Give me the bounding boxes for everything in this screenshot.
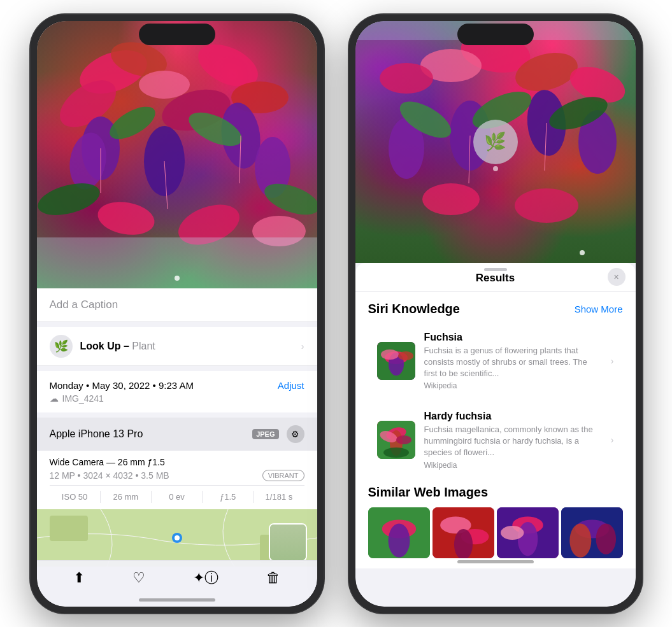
- fuchsia-thumbnail: [377, 342, 415, 380]
- svg-point-41: [422, 183, 480, 215]
- show-more-button[interactable]: Show More: [575, 304, 623, 314]
- hardy-desc: Fuchsia magellanica, commonly known as t…: [424, 424, 602, 459]
- results-panel: Results × Siri Knowledge Show More: [355, 263, 636, 568]
- flower-photo: [37, 21, 317, 288]
- info-icon: ✦ⓘ: [193, 568, 218, 588]
- close-button[interactable]: ×: [608, 268, 626, 286]
- svg-point-50: [398, 351, 413, 360]
- svg-point-3: [139, 71, 190, 99]
- web-img-4-svg: [561, 507, 623, 558]
- siri-dot: [493, 166, 498, 171]
- flower-svg: [37, 21, 317, 288]
- vibrant-badge: VIBRANT: [262, 470, 304, 481]
- svg-point-66: [517, 522, 538, 556]
- lookup-chevron: ›: [301, 341, 304, 351]
- svg-point-16: [95, 197, 157, 239]
- side-button-vol-down: [31, 199, 31, 240]
- results-title: Results: [476, 272, 515, 285]
- photo-page-dot: [175, 276, 180, 281]
- knowledge-item-fuchsia[interactable]: Fuchsia Fuchsia is a genus of flowering …: [368, 324, 623, 398]
- phone2-side-button-vol-up: [349, 148, 350, 189]
- hardy-thumbnail: [377, 421, 415, 459]
- phone-1: Add a Caption 🌿 Look Up – Plant › Monday…: [31, 15, 324, 613]
- phone-1-screen: Add a Caption 🌿 Look Up – Plant › Monday…: [37, 21, 317, 607]
- svg-point-67: [501, 526, 524, 540]
- siri-knowledge-header: Siri Knowledge Show More: [368, 302, 623, 316]
- hardy-title: Hardy fuchsia: [424, 411, 602, 422]
- hardy-source: Wikipedia: [424, 461, 602, 470]
- caption-field[interactable]: Add a Caption: [37, 288, 317, 322]
- svg-rect-22: [37, 237, 317, 288]
- svg-point-59: [388, 523, 410, 557]
- svg-point-70: [569, 523, 591, 557]
- web-img-3-svg: [497, 507, 559, 558]
- lookup-label: Look Up –: [80, 341, 129, 351]
- adjust-button[interactable]: Adjust: [278, 380, 304, 391]
- gear-icon[interactable]: ⚙: [287, 425, 304, 443]
- hardy-info: Hardy fuchsia Fuchsia magellanica, commo…: [424, 411, 602, 470]
- exif-iso: ISO 50: [50, 491, 101, 503]
- web-images-title: Similar Web Images: [368, 485, 623, 500]
- svg-point-42: [515, 188, 578, 223]
- specs-text: 12 MP • 3024 × 4032 • 3.5 MB: [50, 470, 169, 481]
- phone-2-screen: 🌿 Results × Siri Knowledge: [355, 21, 636, 607]
- web-image-4[interactable]: [561, 507, 623, 558]
- caption-placeholder: Add a Caption: [50, 299, 118, 311]
- exif-row: ISO 50 26 mm 0 ev ƒ1.5 1/181 s: [50, 485, 304, 503]
- results-content: Siri Knowledge Show More: [355, 292, 636, 568]
- lookup-value: Plant: [132, 341, 155, 351]
- web-image-2[interactable]: [433, 507, 494, 558]
- exif-ev: 0 ev: [152, 491, 203, 503]
- fuchsia-desc: Fuchsia is a genus of flowering plants t…: [424, 345, 602, 380]
- location-row: ☁ IMG_4241: [50, 393, 304, 404]
- results-page-dot: [580, 250, 585, 255]
- exif-shutter: 1/181 s: [254, 491, 304, 503]
- svg-point-56: [383, 447, 409, 458]
- camera-name: Apple iPhone 13 Pro: [50, 428, 143, 440]
- dynamic-island: [139, 24, 215, 45]
- map-thumb-image: [270, 525, 306, 560]
- map-area[interactable]: [37, 509, 317, 567]
- date-section: Monday • May 30, 2022 • 9:23 AM Adjust ☁…: [37, 371, 317, 412]
- lookup-text: Look Up – Plant: [80, 341, 155, 352]
- web-image-3[interactable]: [497, 507, 559, 558]
- info-button[interactable]: ✦ⓘ: [193, 568, 218, 588]
- phone2-side-button-vol-down: [349, 199, 350, 240]
- side-button-vol-up: [31, 148, 31, 189]
- cloud-icon: ☁: [50, 393, 59, 404]
- share-button[interactable]: ⬆: [73, 570, 85, 586]
- siri-bubble: 🌿: [473, 120, 518, 164]
- svg-point-49: [381, 349, 399, 360]
- results-header: Results ×: [355, 263, 636, 292]
- side-button-power: [323, 155, 324, 218]
- fuchsia-source: Wikipedia: [424, 381, 602, 390]
- knowledge-item-hardy[interactable]: Hardy fuchsia Fuchsia magellanica, commo…: [368, 403, 623, 477]
- svg-rect-25: [50, 516, 88, 541]
- exif-focal: 26 mm: [101, 491, 152, 503]
- lookup-icon: 🌿: [50, 335, 73, 358]
- web-image-1[interactable]: [368, 507, 430, 558]
- fuchsia-thumb-svg: [377, 342, 415, 380]
- delete-button[interactable]: 🗑: [266, 570, 280, 586]
- info-area: Add a Caption 🌿 Look Up – Plant › Monday…: [37, 288, 317, 567]
- close-icon: ×: [613, 272, 618, 282]
- photo-area[interactable]: [37, 21, 317, 288]
- svg-point-28: [175, 535, 180, 540]
- camera-details: Wide Camera — 26 mm ƒ1.5 12 MP • 3024 × …: [37, 451, 317, 509]
- jpeg-badge: JPEG: [252, 429, 278, 439]
- home-indicator: [139, 598, 215, 602]
- date-row: Monday • May 30, 2022 • 9:23 AM Adjust: [50, 380, 304, 391]
- svg-point-33: [380, 63, 433, 94]
- favorite-button[interactable]: ♡: [132, 570, 145, 586]
- fuchsia-title: Fuchsia: [424, 332, 602, 343]
- filename-text: IMG_4241: [62, 393, 104, 404]
- lookup-row[interactable]: 🌿 Look Up – Plant ›: [37, 327, 317, 366]
- map-thumbnail: [269, 523, 307, 561]
- web-img-2-svg: [433, 507, 494, 558]
- phone2-dynamic-island: [457, 24, 534, 45]
- camera-row: Apple iPhone 13 Pro JPEG ⚙: [50, 425, 304, 443]
- specs-row: 12 MP • 3024 × 4032 • 3.5 MB VIBRANT: [50, 470, 304, 481]
- hardy-chevron: ›: [611, 435, 614, 445]
- phone-2: 🌿 Results × Siri Knowledge: [349, 15, 642, 613]
- camera-badges: JPEG ⚙: [252, 425, 304, 443]
